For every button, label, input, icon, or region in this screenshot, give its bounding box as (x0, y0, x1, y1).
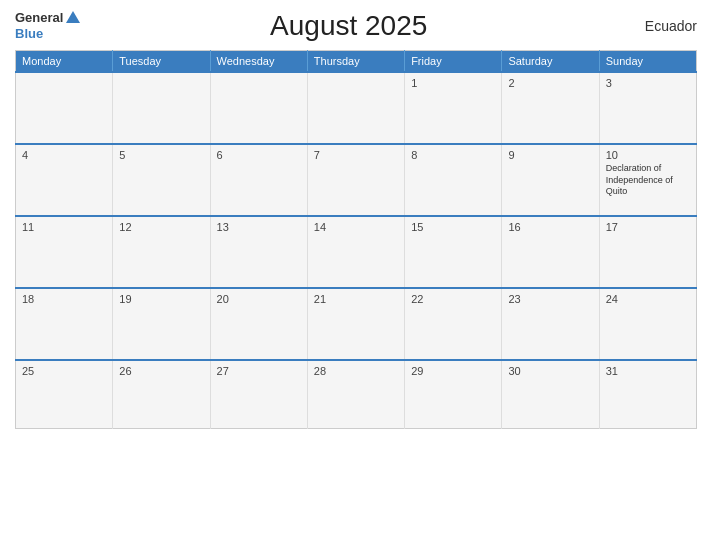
day-number: 17 (606, 221, 690, 233)
day-number: 9 (508, 149, 592, 161)
day-number: 16 (508, 221, 592, 233)
calendar-day-cell (16, 72, 113, 144)
calendar-day-cell (210, 72, 307, 144)
calendar-day-cell: 4 (16, 144, 113, 216)
calendar-day-cell (307, 72, 404, 144)
day-number: 10 (606, 149, 690, 161)
day-number: 5 (119, 149, 203, 161)
day-number: 14 (314, 221, 398, 233)
day-number: 1 (411, 77, 495, 89)
day-number: 19 (119, 293, 203, 305)
calendar-day-cell: 10Declaration of Independence of Quito (599, 144, 696, 216)
day-number: 25 (22, 365, 106, 377)
calendar-day-cell: 5 (113, 144, 210, 216)
calendar-day-cell: 27 (210, 360, 307, 428)
day-number: 6 (217, 149, 301, 161)
calendar-day-cell: 25 (16, 360, 113, 428)
day-number: 29 (411, 365, 495, 377)
day-number: 21 (314, 293, 398, 305)
day-number: 7 (314, 149, 398, 161)
calendar-day-cell: 3 (599, 72, 696, 144)
calendar-day-cell: 18 (16, 288, 113, 360)
calendar-day-cell: 19 (113, 288, 210, 360)
calendar-week-row: 25262728293031 (16, 360, 697, 428)
page-header: General Blue August 2025 Ecuador (15, 10, 697, 42)
logo-triangle-icon (66, 11, 80, 23)
day-number: 12 (119, 221, 203, 233)
day-number: 24 (606, 293, 690, 305)
calendar-day-cell: 20 (210, 288, 307, 360)
day-number: 4 (22, 149, 106, 161)
calendar-day-cell: 13 (210, 216, 307, 288)
day-number: 8 (411, 149, 495, 161)
col-thursday: Thursday (307, 51, 404, 73)
calendar-day-cell: 16 (502, 216, 599, 288)
calendar-header-row: Monday Tuesday Wednesday Thursday Friday… (16, 51, 697, 73)
calendar-day-cell: 11 (16, 216, 113, 288)
calendar-day-cell: 30 (502, 360, 599, 428)
calendar-day-cell (113, 72, 210, 144)
calendar-page: General Blue August 2025 Ecuador Monday … (0, 0, 712, 550)
day-number: 3 (606, 77, 690, 89)
calendar-day-cell: 26 (113, 360, 210, 428)
calendar-day-cell: 8 (405, 144, 502, 216)
logo: General Blue (15, 10, 80, 41)
calendar-day-cell: 14 (307, 216, 404, 288)
calendar-title: August 2025 (80, 10, 617, 42)
calendar-day-cell: 28 (307, 360, 404, 428)
day-number: 26 (119, 365, 203, 377)
day-number: 23 (508, 293, 592, 305)
calendar-day-cell: 17 (599, 216, 696, 288)
logo-blue-text: Blue (15, 26, 80, 42)
day-number: 27 (217, 365, 301, 377)
country-label: Ecuador (617, 18, 697, 34)
day-number: 30 (508, 365, 592, 377)
calendar-week-row: 11121314151617 (16, 216, 697, 288)
col-tuesday: Tuesday (113, 51, 210, 73)
calendar-day-cell: 21 (307, 288, 404, 360)
calendar-day-cell: 7 (307, 144, 404, 216)
col-sunday: Sunday (599, 51, 696, 73)
calendar-day-cell: 1 (405, 72, 502, 144)
calendar-week-row: 45678910Declaration of Independence of Q… (16, 144, 697, 216)
calendar-week-row: 123 (16, 72, 697, 144)
col-saturday: Saturday (502, 51, 599, 73)
calendar-table: Monday Tuesday Wednesday Thursday Friday… (15, 50, 697, 429)
day-number: 15 (411, 221, 495, 233)
day-number: 18 (22, 293, 106, 305)
col-friday: Friday (405, 51, 502, 73)
day-number: 22 (411, 293, 495, 305)
calendar-day-cell: 12 (113, 216, 210, 288)
day-number: 2 (508, 77, 592, 89)
calendar-day-cell: 24 (599, 288, 696, 360)
day-number: 31 (606, 365, 690, 377)
col-wednesday: Wednesday (210, 51, 307, 73)
calendar-day-cell: 2 (502, 72, 599, 144)
calendar-day-cell: 9 (502, 144, 599, 216)
calendar-day-cell: 31 (599, 360, 696, 428)
day-number: 13 (217, 221, 301, 233)
calendar-day-cell: 6 (210, 144, 307, 216)
day-number: 28 (314, 365, 398, 377)
day-number: 20 (217, 293, 301, 305)
calendar-day-cell: 15 (405, 216, 502, 288)
calendar-week-row: 18192021222324 (16, 288, 697, 360)
day-number: 11 (22, 221, 106, 233)
calendar-day-cell: 23 (502, 288, 599, 360)
calendar-day-cell: 29 (405, 360, 502, 428)
calendar-day-cell: 22 (405, 288, 502, 360)
holiday-label: Declaration of Independence of Quito (606, 163, 690, 198)
col-monday: Monday (16, 51, 113, 73)
logo-general-text: General (15, 10, 63, 26)
